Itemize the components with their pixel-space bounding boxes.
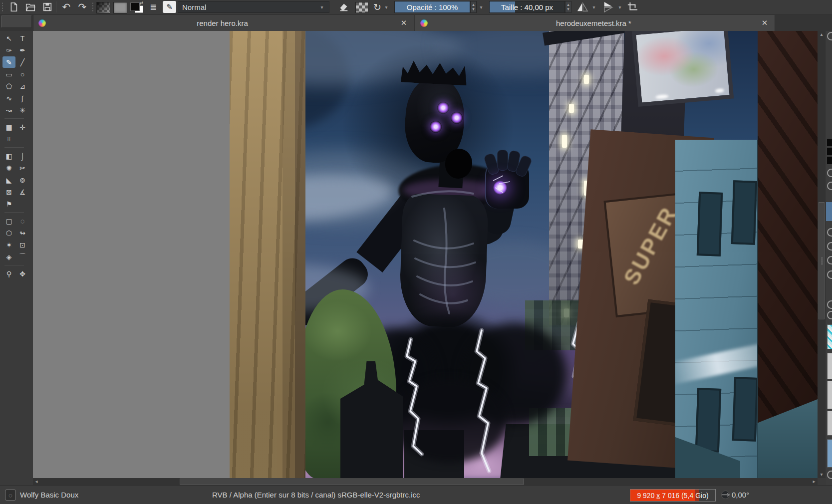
multibrush-tool[interactable]: ✳	[16, 104, 29, 116]
polygon-tool[interactable]: ⬠	[2, 80, 15, 92]
bezier-select-tool[interactable]: ◈	[2, 251, 15, 262]
brush-preset-icon[interactable]: ◌	[5, 490, 16, 501]
docker-icon[interactable]	[827, 169, 832, 177]
freehand-select-tool[interactable]: ↬	[16, 227, 29, 239]
new-document-button[interactable]	[7, 1, 20, 13]
text-tool[interactable]: T	[16, 32, 29, 44]
size-spinner[interactable]: ▴▾	[565, 1, 571, 13]
chevron-down-icon[interactable]: ▾	[591, 1, 597, 13]
opacity-slider[interactable]: Opacité : 100%	[394, 1, 470, 13]
canvas-viewport[interactable]: SUPER	[33, 31, 818, 478]
ellipse-tool[interactable]: ○	[16, 68, 29, 80]
contiguous-select-tool[interactable]: ⊡	[16, 239, 29, 251]
foreground-background-colors[interactable]: ⇄	[129, 1, 143, 13]
eraser-mode-button[interactable]	[337, 1, 350, 13]
tab-render-hero[interactable]: render hero.kra ✕	[33, 15, 414, 31]
smart-patch-tool[interactable]: ✂	[16, 162, 29, 174]
vertical-scrollbar[interactable]: ▴ ▾	[818, 31, 826, 478]
rectangular-select-tool[interactable]: ▢	[2, 215, 15, 227]
color-swatch[interactable]	[827, 139, 832, 146]
reload-preset-button[interactable]: ↻	[371, 1, 383, 13]
layer-thumbnail[interactable]	[827, 411, 832, 436]
docker-icon[interactable]	[827, 300, 832, 309]
measure-tool[interactable]: ∡	[16, 186, 29, 198]
bezier-curve-tool[interactable]: ∿	[2, 92, 15, 104]
close-tab-button[interactable]: ✕	[760, 18, 770, 27]
polyline-tool[interactable]: ⊿	[16, 80, 29, 92]
magnetic-select-tool[interactable]: ⌒	[16, 251, 29, 262]
docker-icon[interactable]	[827, 228, 832, 237]
layer-thumbnail[interactable]	[827, 381, 832, 409]
docker-icon[interactable]	[827, 242, 832, 251]
brush-editor-button[interactable]: ✎	[163, 1, 176, 13]
color-sampler-tool[interactable]: ⌡	[16, 150, 29, 162]
fill-tool[interactable]: ◣	[2, 174, 15, 186]
edit-shapes-tool[interactable]: ✑	[2, 44, 15, 56]
zoom-tool[interactable]: ⚲	[2, 268, 15, 279]
scroll-down-arrow[interactable]: ▾	[818, 471, 825, 478]
color-swatch[interactable]	[827, 148, 832, 155]
elliptical-select-tool[interactable]: ◌	[16, 215, 29, 227]
layer-thumbnail[interactable]	[827, 324, 832, 349]
brush-size-slider[interactable]: Taille : 40,00 px	[489, 1, 565, 13]
close-tab-button[interactable]: ✕	[399, 18, 409, 27]
freehand-path-tool[interactable]: ∫	[16, 92, 29, 104]
dynamic-brush-tool[interactable]: ↝	[2, 104, 15, 116]
chevron-down-icon[interactable]: ▾	[617, 1, 623, 13]
selected-docker-row[interactable]	[826, 202, 832, 221]
right-docker-strip[interactable]	[826, 31, 832, 485]
gradient-chooser[interactable]	[96, 2, 110, 13]
transform-tool[interactable]: ▦	[2, 121, 15, 133]
chevron-down-icon[interactable]: ▾	[383, 1, 389, 13]
colorize-mask-tool[interactable]: ✺	[2, 162, 15, 174]
color-swatch[interactable]	[827, 157, 832, 164]
horizontal-scrollbar[interactable]: ◂ ▸	[33, 478, 818, 485]
lock-icon[interactable]	[827, 311, 832, 319]
image-size-memory-indicator[interactable]: 9 920 x 7 016 (5,4 Gio)	[630, 489, 716, 502]
docker-icon[interactable]	[827, 182, 832, 190]
select-shapes-tool[interactable]: ↖	[2, 32, 15, 44]
docker-icon[interactable]	[827, 471, 832, 479]
toolbar-grip[interactable]	[92, 2, 94, 12]
preserve-alpha-button[interactable]	[355, 2, 368, 13]
calligraphy-tool[interactable]: ✒	[16, 44, 29, 56]
layer-thumbnail[interactable]	[827, 353, 832, 379]
toolbar-grip[interactable]	[1, 2, 4, 12]
reference-images-tool[interactable]: ⚑	[2, 198, 15, 210]
mirror-horizontal-button[interactable]	[575, 1, 590, 13]
toolbox-docker-header[interactable]	[1, 15, 32, 28]
undo-button[interactable]: ↶	[60, 1, 73, 13]
scroll-left-arrow[interactable]: ◂	[33, 478, 40, 485]
redo-button[interactable]: ↷	[76, 1, 89, 13]
open-document-button[interactable]	[24, 1, 37, 13]
line-tool[interactable]: ╱	[16, 56, 29, 68]
horizontal-scrollbar-thumb[interactable]	[180, 479, 524, 485]
gradient-tool[interactable]: ◧	[2, 150, 15, 162]
mirror-vertical-button[interactable]	[601, 1, 616, 13]
blending-mode-dropdown[interactable]: Normal ▾	[178, 1, 329, 13]
opacity-spinner[interactable]: ▴▾	[470, 1, 477, 13]
enclose-fill-tool[interactable]: ⊚	[16, 174, 29, 186]
layer-thumbnail-selected[interactable]	[827, 439, 832, 468]
freehand-brush-tool[interactable]: ✎	[2, 56, 15, 68]
docker-icon[interactable]	[827, 256, 832, 264]
similar-color-select-tool[interactable]: ✶	[2, 239, 15, 251]
docker-icon[interactable]	[827, 270, 832, 279]
trim-to-image-button[interactable]	[626, 1, 639, 13]
pattern-chooser[interactable]	[113, 2, 127, 13]
polygonal-select-tool[interactable]: ⬡	[2, 227, 15, 239]
save-button[interactable]	[41, 1, 54, 13]
move-tool[interactable]: ✛	[16, 121, 29, 133]
scroll-up-arrow[interactable]: ▴	[818, 31, 825, 38]
canvas-rotation-icon[interactable]	[721, 490, 730, 501]
scroll-right-arrow[interactable]: ▸	[811, 478, 818, 485]
pan-tool[interactable]: ✥	[16, 268, 29, 279]
canvas-painting[interactable]: SUPER	[230, 31, 818, 478]
rectangle-tool[interactable]: ▭	[2, 68, 15, 80]
docker-icon[interactable]	[827, 32, 832, 40]
brush-presets-button[interactable]: ≣	[147, 1, 160, 13]
tab-herodeuxemetest[interactable]: herodeuxemetest.kra * ✕	[415, 15, 775, 31]
crop-tool[interactable]: ⌗	[2, 133, 15, 145]
vertical-scrollbar-thumb[interactable]	[819, 202, 825, 319]
chevron-down-icon[interactable]: ▾	[478, 1, 484, 13]
